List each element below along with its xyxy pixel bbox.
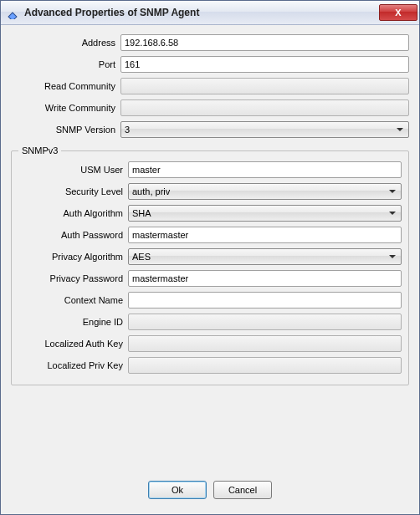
auth-algorithm-select[interactable]: SHA <box>128 205 402 222</box>
privacy-algorithm-select[interactable]: AES <box>128 248 402 265</box>
snmp-version-label: SNMP Version <box>11 125 120 135</box>
cancel-button[interactable]: Cancel <box>213 481 272 499</box>
security-level-select[interactable]: auth, priv <box>128 183 402 200</box>
address-label: Address <box>11 38 120 48</box>
port-input[interactable] <box>120 56 409 73</box>
snmpv3-group: SNMPv3 USM User Security Level auth, pri… <box>11 145 409 385</box>
write-community-input[interactable] <box>120 99 409 116</box>
auth-algorithm-value: SHA <box>132 208 151 218</box>
usm-user-label: USM User <box>18 165 128 175</box>
engine-id-label: Engine ID <box>18 317 128 327</box>
button-row: Ok Cancel <box>11 476 409 507</box>
snmpv3-legend: SNMPv3 <box>18 145 61 156</box>
close-icon: X <box>395 8 401 18</box>
localized-priv-key-input[interactable] <box>128 357 402 374</box>
engine-id-input[interactable] <box>128 314 402 330</box>
snmp-version-value: 3 <box>125 125 130 135</box>
read-community-input[interactable] <box>120 78 409 94</box>
privacy-algorithm-value: AES <box>132 252 151 262</box>
auth-password-input[interactable] <box>128 227 402 243</box>
security-level-value: auth, priv <box>132 186 170 196</box>
spacer <box>11 385 409 476</box>
security-level-label: Security Level <box>18 186 128 196</box>
read-community-label: Read Community <box>11 81 120 91</box>
close-button[interactable]: X <box>379 4 417 21</box>
localized-auth-key-input[interactable] <box>128 335 402 352</box>
privacy-password-input[interactable] <box>128 270 402 287</box>
port-label: Port <box>11 59 120 69</box>
snmp-version-select[interactable]: 3 <box>120 121 409 138</box>
usm-user-input[interactable] <box>128 161 402 178</box>
dialog-body: Address Port Read Community Write Commun… <box>1 25 419 514</box>
address-input[interactable] <box>120 34 409 51</box>
localized-auth-key-label: Localized Auth Key <box>18 339 128 349</box>
localized-priv-key-label: Localized Priv Key <box>18 360 128 370</box>
window-title: Advanced Properties of SNMP Agent <box>24 7 374 18</box>
titlebar: Advanced Properties of SNMP Agent X <box>1 1 419 25</box>
auth-password-label: Auth Password <box>18 230 128 240</box>
privacy-algorithm-label: Privacy Algorithm <box>18 252 128 262</box>
context-name-label: Context Name <box>18 295 128 305</box>
app-icon <box>6 6 19 19</box>
privacy-password-label: Privacy Password <box>18 273 128 283</box>
context-name-input[interactable] <box>128 292 402 308</box>
dialog-window: Advanced Properties of SNMP Agent X Addr… <box>0 0 420 515</box>
ok-button[interactable]: Ok <box>148 481 207 499</box>
auth-algorithm-label: Auth Algorithm <box>18 208 128 218</box>
write-community-label: Write Community <box>11 103 120 113</box>
